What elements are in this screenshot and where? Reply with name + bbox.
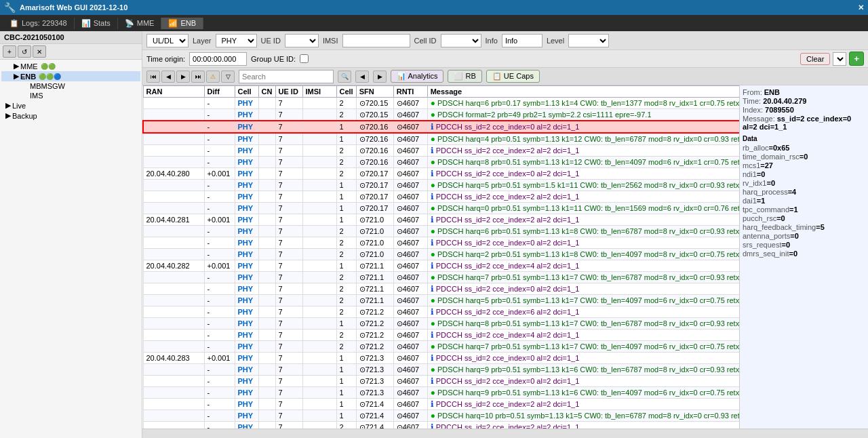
bottom-scrollbar[interactable]: [142, 429, 868, 438]
cell-imsi: [302, 422, 336, 429]
cell-sfncell: 1: [336, 353, 356, 364]
col-message[interactable]: Message: [427, 86, 739, 98]
uecaps-button[interactable]: 📋 UE Caps: [486, 70, 540, 83]
table-row[interactable]: 20.04.40.282 +0.001 PHY 7 1 ⊙721.1 ⊙4607…: [143, 260, 739, 272]
tab-enb[interactable]: 📶ENB: [161, 18, 203, 29]
time-origin-input[interactable]: [189, 52, 247, 66]
col-ueid[interactable]: UE ID: [275, 86, 302, 98]
table-row[interactable]: - PHY 7 2 ⊙721.2 ⊙4607 ℹ PDCCH ss_id=2 c…: [143, 330, 739, 341]
table-row[interactable]: - PHY 7 1 ⊙721.3 ⊙4607 ● PDSCH harq=9 pr…: [143, 387, 739, 399]
sidebar-item-mme[interactable]: ▶MME🟢🟢: [1, 61, 140, 71]
level-select[interactable]: [568, 34, 609, 47]
cell-ran: [143, 157, 204, 168]
cell-message: ● PDSCH harq=10 prb=0.51 symb=1.13 k1=5 …: [427, 410, 739, 422]
search-icon-btn[interactable]: 🔍: [338, 71, 351, 83]
table-row[interactable]: - PHY 7 2 ⊙720.16 ⊙4607 ℹ PDCCH ss_id=2 …: [143, 145, 739, 157]
table-row[interactable]: - PHY 7 1 ⊙720.17 ⊙4607 ● PDSCH harq=5 p…: [143, 180, 739, 191]
search-nav-prev[interactable]: ◀: [355, 71, 369, 83]
cell-diff: -: [204, 191, 235, 203]
table-row[interactable]: - PHY 7 2 ⊙721.2 ⊙4607 ℹ PDCCH ss_id=2 c…: [143, 306, 739, 318]
layer-select[interactable]: PHYMACRLCPDCP: [216, 34, 257, 47]
tab-logs[interactable]: 📋Logs: 229348: [3, 18, 75, 29]
search-input[interactable]: [239, 70, 334, 83]
cell-cell: PHY: [235, 109, 258, 121]
cell-rnti: ⊙4607: [393, 283, 427, 295]
titlebar: 🔧 Amarisoft Web GUI 2021-12-10 ✕: [0, 0, 868, 15]
sidebar-item-enb[interactable]: ▶ENB🟢🟢🔵: [1, 71, 140, 81]
group-ue-checkbox[interactable]: [300, 54, 309, 63]
table-row[interactable]: - PHY 7 2 ⊙721.1 ⊙4607 ● PDSCH harq=7 pr…: [143, 272, 739, 283]
table-row[interactable]: - PHY 7 1 ⊙720.17 ⊙4607 ℹ PDCCH ss_id=2 …: [143, 191, 739, 203]
table-row[interactable]: - PHY 7 2 ⊙721.1 ⊙4607 ● PDSCH harq=5 pr…: [143, 295, 739, 306]
add-filter-button[interactable]: +: [849, 52, 864, 66]
table-row[interactable]: 20.04.40.280 +0.001 PHY 7 2 ⊙720.17 ⊙460…: [143, 168, 739, 180]
col-imsi[interactable]: IMSI: [302, 86, 336, 98]
col-ran[interactable]: RAN: [143, 86, 204, 98]
nav-prev-btn[interactable]: ◀: [161, 71, 175, 83]
table-row[interactable]: - PHY 7 1 ⊙721.3 ⊙4607 ℹ PDCCH ss_id=2 c…: [143, 376, 739, 387]
nav-first-btn[interactable]: ⏮: [146, 71, 160, 83]
imsi-input[interactable]: [342, 34, 410, 47]
col-cn[interactable]: CN: [258, 86, 275, 98]
table-row[interactable]: - PHY 7 2 ⊙721.0 ⊙4607 ℹ PDCCH ss_id=2 c…: [143, 237, 739, 249]
sidebar-item-backup[interactable]: ▶Backup: [1, 111, 140, 121]
table-row[interactable]: - PHY 7 2 ⊙721.2 ⊙4607 ● PDSCH harq=7 pr…: [143, 341, 739, 353]
col-diff[interactable]: Diff: [204, 86, 235, 98]
table-row[interactable]: - PHY 7 2 ⊙721.4 ⊙4607 ℹ PDCCH ss_id=2 c…: [143, 422, 739, 429]
search-nav-next[interactable]: ▶: [373, 71, 387, 83]
close-icon[interactable]: ✕: [858, 3, 864, 12]
tab-mme[interactable]: 📡MME: [118, 18, 162, 29]
table-row[interactable]: - PHY 7 1 ⊙721.4 ⊙4607 ℹ PDCCH ss_id=2 c…: [143, 399, 739, 410]
tab-stats[interactable]: 📊Stats: [75, 18, 118, 29]
cell-cn: [258, 353, 275, 364]
table-row[interactable]: - PHY 7 1 ⊙721.3 ⊙4607 ● PDSCH harq=9 pr…: [143, 364, 739, 376]
col-rnti[interactable]: RNTI: [393, 86, 427, 98]
table-row[interactable]: - PHY 7 1 ⊙720.16 ⊙4607 ℹ PDCCH ss_id=2 …: [143, 121, 739, 133]
cell-ueid: 7: [275, 306, 302, 318]
clear-options[interactable]: ▾: [833, 52, 846, 66]
analytics-button[interactable]: 📊 Analytics: [391, 70, 443, 83]
table-row[interactable]: - PHY 7 1 ⊙720.16 ⊙4607 ● PDSCH harq=4 p…: [143, 133, 739, 145]
cellid-select[interactable]: [441, 34, 481, 47]
cell-rnti: ⊙4607: [393, 145, 427, 157]
cell-sfncell: 2: [336, 295, 356, 306]
table-row[interactable]: - PHY 7 1 ⊙721.2 ⊙4607 ● PDSCH harq=8 pr…: [143, 318, 739, 330]
uldl-select[interactable]: UL/DLULDL: [146, 34, 189, 47]
table-row[interactable]: - PHY 7 2 ⊙720.15 ⊙4607 ● PDSCH harq=6 p…: [143, 98, 739, 109]
info-input[interactable]: [502, 34, 542, 47]
nav-next-btn[interactable]: ▶: [176, 71, 190, 83]
cell-cell: PHY: [235, 157, 258, 168]
tab-bar: 📋Logs: 229348📊Stats📡MME📶ENB: [0, 15, 868, 31]
log-table-container[interactable]: RAN Diff Cell CN UE ID IMSI Cell SFN RNT…: [142, 85, 739, 429]
table-row[interactable]: 20.04.40.281 +0.001 PHY 7 1 ⊙721.0 ⊙4607…: [143, 214, 739, 226]
clear-button[interactable]: Clear: [800, 53, 830, 65]
status-icon: ●: [431, 226, 435, 236]
nav-filter-btn[interactable]: ▽: [221, 71, 235, 83]
table-row[interactable]: - PHY 7 1 ⊙720.17 ⊙4607 ● PDSCH harq=0 p…: [143, 203, 739, 214]
sidebar-item-ims[interactable]: IMS: [1, 91, 140, 100]
table-row[interactable]: - PHY 7 2 ⊙721.0 ⊙4607 ● PDSCH harq=2 pr…: [143, 249, 739, 260]
status-icon: ℹ: [431, 261, 434, 271]
time-origin-label: Time origin:: [146, 55, 185, 63]
sidebar-new-btn[interactable]: +: [3, 45, 16, 58]
rb-button[interactable]: ⬜ RB: [448, 70, 481, 83]
ueid-select[interactable]: 123: [285, 34, 319, 47]
table-row[interactable]: 20.04.40.283 +0.001 PHY 7 1 ⊙721.3 ⊙4607…: [143, 353, 739, 364]
cell-cell: PHY: [235, 330, 258, 341]
nav-warn-btn[interactable]: ⚠: [206, 71, 220, 83]
table-row[interactable]: - PHY 7 1 ⊙721.4 ⊙4607 ● PDSCH harq=10 p…: [143, 410, 739, 422]
sidebar-item-mbmsgw[interactable]: MBMSGW: [1, 81, 140, 91]
table-row[interactable]: - PHY 7 2 ⊙721.1 ⊙4607 ℹ PDCCH ss_id=2 c…: [143, 283, 739, 295]
sidebar-item-live[interactable]: ▶Live: [1, 100, 140, 111]
col-sfncell[interactable]: Cell: [336, 86, 356, 98]
table-row[interactable]: - PHY 7 2 ⊙721.0 ⊙4607 ● PDSCH harq=6 pr…: [143, 226, 739, 237]
cell-ueid: 7: [275, 98, 302, 109]
col-cell[interactable]: Cell: [235, 86, 258, 98]
status-icon: ℹ: [431, 422, 434, 429]
col-sfn[interactable]: SFN: [356, 86, 393, 98]
table-row[interactable]: - PHY 7 2 ⊙720.15 ⊙4607 ● PDSCH format=2…: [143, 109, 739, 121]
table-row[interactable]: - PHY 7 2 ⊙720.16 ⊙4607 ● PDSCH harq=8 p…: [143, 157, 739, 168]
sidebar-refresh-btn[interactable]: ↺: [18, 45, 31, 58]
nav-last-btn[interactable]: ⏭: [191, 71, 205, 83]
sidebar-delete-btn[interactable]: ✕: [33, 45, 46, 58]
